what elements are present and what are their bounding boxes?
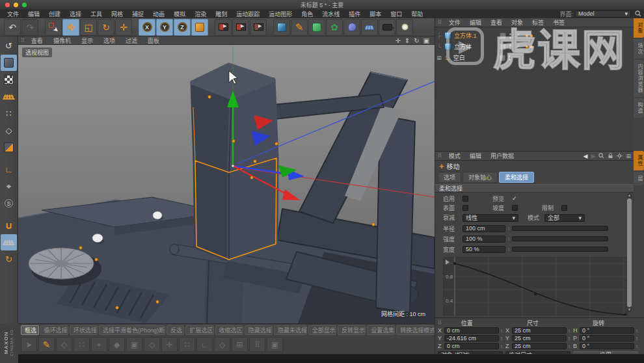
- field-button[interactable]: [343, 19, 360, 36]
- modeling-tool-button[interactable]: ◇: [214, 337, 230, 352]
- visibility-dots[interactable]: [509, 33, 511, 38]
- render-settings-button[interactable]: [250, 19, 267, 36]
- camera-button[interactable]: [379, 19, 396, 36]
- menu-item[interactable]: 文件: [3, 10, 23, 18]
- attribute-tab[interactable]: 对象轴心: [463, 172, 498, 183]
- object-name[interactable]: 立方体.1: [454, 31, 494, 40]
- rotate-view-icon[interactable]: ↻: [414, 37, 419, 44]
- lock-icon[interactable]: [608, 153, 613, 159]
- layer-chip[interactable]: [500, 44, 506, 50]
- selection-command-button[interactable]: 设置选集: [367, 325, 395, 335]
- menu-item[interactable]: 流水线: [317, 10, 344, 18]
- gear-icon[interactable]: [617, 153, 623, 159]
- render-to-picture-viewer-button[interactable]: [232, 19, 249, 36]
- modeling-tool-button[interactable]: ∟: [196, 337, 213, 352]
- viewport-menu-item[interactable]: 过滤: [120, 36, 142, 45]
- menu-item[interactable]: 插件: [344, 10, 365, 18]
- tweak-mode-button[interactable]: ⌖: [1, 178, 17, 195]
- modeling-tool-button[interactable]: ◇: [144, 337, 160, 352]
- modeling-tool-button[interactable]: ∷: [74, 337, 90, 352]
- render-view-button[interactable]: [215, 19, 232, 36]
- viewport-menu-item[interactable]: 面板: [142, 36, 165, 45]
- attribute-menu-item[interactable]: 编辑: [465, 152, 486, 160]
- make-editable-button[interactable]: ↺: [1, 38, 17, 54]
- slider-value-field[interactable]: 100 %: [463, 235, 505, 243]
- viewport-menu-item[interactable]: 选项: [98, 36, 120, 45]
- menu-item[interactable]: 工具: [86, 10, 107, 18]
- stepper-icon[interactable]: ↕: [507, 236, 510, 242]
- enabled-check-icon[interactable]: ✓: [515, 32, 520, 39]
- stepper-icon[interactable]: ↕: [507, 226, 510, 232]
- attribute-menu-item[interactable]: 用户数据: [486, 152, 518, 160]
- rotation-value-field[interactable]: 0 °: [580, 327, 634, 334]
- modeling-tool-button[interactable]: ◆: [109, 337, 125, 352]
- object-row-cube1[interactable]: ├ 立方体.1 ✓: [435, 30, 634, 41]
- object-name[interactable]: 立方体: [454, 42, 494, 51]
- selection-command-button[interactable]: 转换选择模式: [396, 325, 435, 335]
- polygon-pen-button[interactable]: ✎: [38, 337, 55, 352]
- size-value-field[interactable]: 25 cm: [512, 343, 567, 349]
- object-manager-menu-item[interactable]: 文件: [444, 18, 465, 27]
- tag-dots[interactable]: [526, 34, 533, 37]
- add-cube-button[interactable]: [273, 19, 290, 36]
- points-mode-button[interactable]: ∷: [1, 105, 17, 122]
- viewport-menu-item[interactable]: 查看: [26, 36, 48, 45]
- object-manager-menu-item[interactable]: 编辑: [465, 18, 486, 27]
- stepper-icon[interactable]: ↕: [636, 336, 638, 342]
- scrollbar-thumb[interactable]: [627, 198, 632, 307]
- new-panel-icon[interactable]: ⊞: [626, 153, 631, 159]
- menu-item[interactable]: 运动图形: [264, 10, 297, 18]
- interface-layout-select[interactable]: Model▾: [575, 10, 631, 18]
- workplane-lock-button[interactable]: [1, 234, 17, 250]
- last-used-tool-button[interactable]: ✛: [115, 19, 132, 36]
- menu-item[interactable]: 捕捉: [127, 10, 148, 18]
- attribute-scrollbar[interactable]: ▲▼: [627, 193, 632, 312]
- panel-grip-icon[interactable]: ⠿: [438, 153, 442, 159]
- position-value-field[interactable]: 0 cm: [444, 343, 499, 349]
- slider-value-field[interactable]: 100 cm: [463, 225, 505, 232]
- menu-item[interactable]: 脚本: [365, 10, 386, 18]
- pan-view-icon[interactable]: ✛: [395, 37, 400, 44]
- menu-item[interactable]: 渲染: [190, 10, 211, 18]
- stepper-icon[interactable]: ↕: [636, 328, 638, 334]
- falloff-curve[interactable]: 0.8 0.4: [443, 257, 627, 317]
- edges-mode-button[interactable]: ◇: [1, 122, 17, 139]
- attribute-tab[interactable]: 柔和选择: [499, 172, 534, 183]
- object-manager-menu-item[interactable]: 书签: [548, 18, 569, 27]
- object-row-null[interactable]: ⊞ ∟ 空白: [435, 52, 634, 63]
- selection-command-button[interactable]: 隐藏未选择: [274, 325, 307, 335]
- rotate-tool-button[interactable]: ↻: [98, 19, 114, 36]
- attribute-tab[interactable]: 选项: [438, 172, 461, 183]
- rotation-value-field[interactable]: 0 °: [580, 343, 634, 349]
- size-value-field[interactable]: 25 cm: [512, 335, 567, 342]
- floor-button[interactable]: [361, 19, 378, 36]
- polygons-mode-button[interactable]: [1, 139, 17, 155]
- selection-command-button[interactable]: 隐藏选择: [245, 325, 273, 335]
- selection-command-button[interactable]: 反选: [167, 325, 185, 335]
- menu-item[interactable]: 雕刻: [211, 10, 232, 18]
- menu-item[interactable]: 模拟: [169, 10, 190, 18]
- viewport-canvas[interactable]: 透视视图 网格间距 : 10 cm: [18, 45, 435, 323]
- menu-item[interactable]: 网格: [107, 10, 127, 18]
- select-tool-icon-button[interactable]: ➤: [21, 337, 37, 352]
- texture-mode-button[interactable]: [1, 72, 17, 88]
- viewport-menu-item[interactable]: 显示: [76, 36, 98, 45]
- menu-item[interactable]: 动画: [148, 10, 169, 18]
- slider-value-field[interactable]: 50 %: [463, 246, 505, 253]
- preview-check-icon[interactable]: ✓: [512, 195, 517, 202]
- search-icon[interactable]: [598, 153, 604, 159]
- menu-item[interactable]: 编辑: [23, 10, 44, 18]
- stepper-icon[interactable]: ↕: [568, 328, 570, 334]
- model-mode-button[interactable]: [1, 55, 17, 71]
- object-name[interactable]: 空白: [453, 53, 494, 62]
- selection-command-button[interactable]: 反转显示: [338, 325, 366, 335]
- expander-icon[interactable]: ⊞: [435, 55, 443, 61]
- menu-item[interactable]: 帮助: [407, 10, 427, 18]
- slider-track[interactable]: [512, 236, 608, 241]
- position-value-field[interactable]: 0 cm: [444, 327, 499, 334]
- light-button[interactable]: [396, 19, 413, 36]
- modeling-tool-button[interactable]: ▣: [126, 337, 142, 352]
- coordinate-system-button[interactable]: [191, 19, 208, 36]
- section-header[interactable]: 柔和选择: [435, 184, 634, 193]
- modeling-tool-button[interactable]: ⌖: [91, 337, 107, 352]
